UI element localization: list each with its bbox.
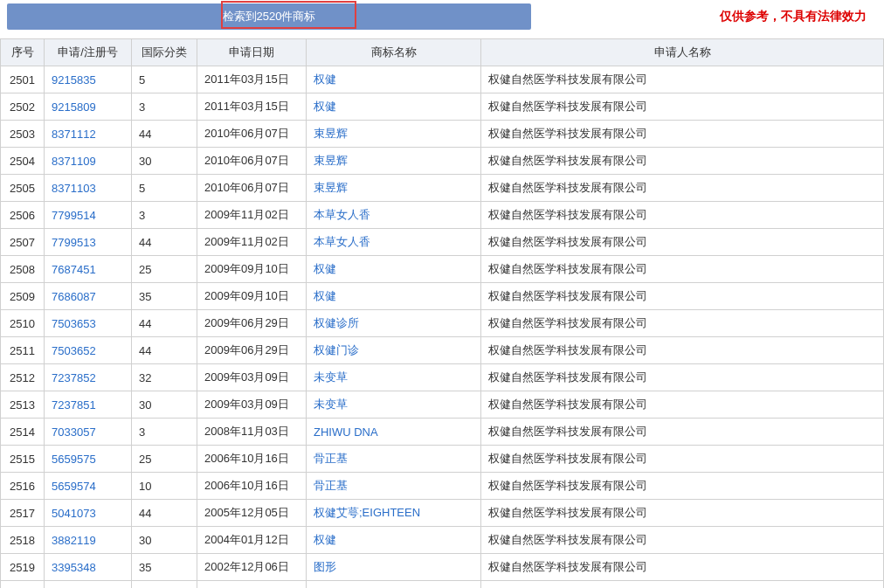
- cell-date: 2002年12月06日: [197, 554, 307, 581]
- table-row: 2514703305732008年11月03日ZHIWU DNA权健自然医学科技…: [1, 419, 884, 446]
- table-row: 2501921583552011年03月15日权健权健自然医学科技发展有限公司: [1, 66, 884, 93]
- regno-link[interactable]: 7237851: [52, 398, 96, 412]
- cell-applicant: 权健自然医学科技发展有限公司: [481, 446, 884, 473]
- regno-link[interactable]: 5041073: [52, 507, 96, 520]
- cell-seq: 2501: [1, 66, 45, 93]
- cell-regno: 9215809: [45, 93, 132, 121]
- cell-applicant: 权健自然医学科技发展有限公司: [481, 310, 884, 337]
- cell-regno: 7033057: [45, 419, 132, 446]
- cell-tmname: 权健艾萼;EIGHTEEN: [307, 500, 481, 527]
- cell-seq: 2505: [1, 175, 45, 202]
- cell-class: 10: [132, 473, 197, 500]
- cell-seq: 2504: [1, 148, 45, 175]
- cell-tmname: 权健门诊: [307, 337, 481, 364]
- regno-link[interactable]: 5659575: [52, 453, 96, 466]
- regno-link[interactable]: 7686087: [52, 290, 96, 303]
- regno-link[interactable]: 3882119: [52, 534, 96, 547]
- tmname-link[interactable]: 未变草: [314, 398, 348, 411]
- tmname-link[interactable]: 权健: [314, 100, 336, 113]
- tmname-link[interactable]: 本草女人香: [314, 235, 370, 248]
- regno-link[interactable]: 8371103: [52, 182, 96, 195]
- cell-tmname: 权健: [307, 256, 481, 283]
- cell-seq: 2520: [1, 581, 45, 589]
- cell-tmname: 权健诊所: [307, 310, 481, 337]
- cell-date: 2010年06月07日: [197, 175, 307, 202]
- tmname-link[interactable]: 权健诊所: [314, 316, 359, 329]
- regno-link[interactable]: 7799513: [52, 236, 96, 249]
- cell-seq: 2509: [1, 283, 45, 310]
- tmname-link[interactable]: 权健门诊: [314, 343, 359, 356]
- cell-class: 30: [132, 148, 197, 175]
- cell-tmname: 图形: [307, 581, 481, 589]
- cell-seq: 2506: [1, 202, 45, 229]
- cell-date: 2011年03月15日: [197, 93, 307, 121]
- cell-applicant: 权健自然医学科技发展有限公司: [481, 337, 884, 364]
- regno-link[interactable]: 8371112: [52, 128, 96, 141]
- regno-link[interactable]: 7033057: [52, 425, 96, 439]
- table-row: 25137237851302009年03月09日未变草权健自然医学科技发展有限公…: [1, 391, 884, 419]
- results-table: 序号 申请/注册号 国际分类 申请日期 商标名称 申请人名称 250192158…: [0, 38, 884, 588]
- cell-date: 2010年06月07日: [197, 148, 307, 175]
- cell-applicant: 权健自然医学科技发展有限公司: [481, 283, 884, 310]
- cell-date: 2008年11月03日: [197, 419, 307, 446]
- table-row: 25193395348352002年12月06日图形权健自然医学科技发展有限公司: [1, 554, 884, 581]
- regno-link[interactable]: 8371109: [52, 155, 96, 168]
- regno-link[interactable]: 7503652: [52, 344, 96, 357]
- tmname-link[interactable]: 束昱辉: [314, 127, 348, 140]
- table-row: 25107503653442009年06月29日权健诊所权健自然医学科技发展有限…: [1, 310, 884, 337]
- table-row: 2502921580932011年03月15日权健权健自然医学科技发展有限公司: [1, 93, 884, 121]
- cell-date: 2009年03月09日: [197, 391, 307, 419]
- tmname-link[interactable]: 束昱辉: [314, 154, 348, 167]
- regno-link[interactable]: 7503653: [52, 317, 96, 330]
- cell-regno: 3395348: [45, 554, 132, 581]
- tmname-link[interactable]: ZHIWU DNA: [314, 425, 378, 439]
- regno-link[interactable]: 3395348: [52, 561, 96, 574]
- tmname-link[interactable]: 权健: [314, 262, 336, 275]
- tmname-link[interactable]: 权健: [314, 73, 336, 86]
- table-row: 25097686087352009年09月10日权健权健自然医学科技发展有限公司: [1, 283, 884, 310]
- tmname-link[interactable]: 权健: [314, 289, 336, 302]
- cell-date: 2009年03月09日: [197, 364, 307, 391]
- cell-date: 2009年06月29日: [197, 310, 307, 337]
- cell-seq: 2518: [1, 527, 45, 554]
- col-applicant: 申请人名称: [481, 39, 884, 66]
- cell-applicant: 权健自然医学科技发展有限公司: [481, 527, 884, 554]
- cell-tmname: 未变草: [307, 364, 481, 391]
- cell-regno: 3882119: [45, 527, 132, 554]
- table-row: 25155659575252006年10月16日骨正基权健自然医学科技发展有限公…: [1, 446, 884, 473]
- cell-applicant: 权健自然医学科技发展有限公司: [481, 66, 884, 93]
- tmname-link[interactable]: 未变草: [314, 370, 348, 384]
- cell-class: 44: [132, 337, 197, 364]
- cell-seq: 2515: [1, 446, 45, 473]
- table-row: 2505837110352010年06月07日束昱辉权健自然医学科技发展有限公司: [1, 175, 884, 202]
- table-row: 25038371112442010年06月07日束昱辉权健自然医学科技发展有限公…: [1, 121, 884, 148]
- highlight-box: [221, 1, 356, 29]
- cell-applicant: 权健自然医学科技发展有限公司: [481, 175, 884, 202]
- cell-tmname: 未变草: [307, 391, 481, 419]
- cell-class: 3: [132, 93, 197, 121]
- regno-link[interactable]: 9215809: [52, 100, 96, 114]
- tmname-link[interactable]: 骨正基: [314, 479, 348, 492]
- tmname-link[interactable]: 束昱辉: [314, 181, 348, 194]
- cell-regno: 7503653: [45, 310, 132, 337]
- regno-link[interactable]: 9215835: [52, 73, 96, 86]
- regno-link[interactable]: 7687451: [52, 263, 96, 276]
- cell-date: 2009年11月02日: [197, 229, 307, 256]
- table-row: 25048371109302010年06月07日束昱辉权健自然医学科技发展有限公…: [1, 148, 884, 175]
- cell-seq: 2507: [1, 229, 45, 256]
- tmname-link[interactable]: 权健: [314, 533, 336, 546]
- cell-class: 35: [132, 283, 197, 310]
- tmname-link[interactable]: 骨正基: [314, 452, 348, 465]
- cell-class: 32: [132, 364, 197, 391]
- cell-date: 1999年01月12日: [197, 581, 307, 589]
- cell-tmname: 图形: [307, 554, 481, 581]
- tmname-link[interactable]: 图形: [314, 560, 336, 573]
- table-header: 序号 申请/注册号 国际分类 申请日期 商标名称 申请人名称: [1, 39, 884, 66]
- tmname-link[interactable]: 本草女人香: [314, 208, 370, 221]
- regno-link[interactable]: 7237852: [52, 371, 96, 384]
- tmname-link[interactable]: 权健艾萼;EIGHTEEN: [314, 506, 420, 519]
- cell-regno: 5041073: [45, 500, 132, 527]
- cell-class: 44: [132, 121, 197, 148]
- regno-link[interactable]: 5659574: [52, 480, 96, 493]
- regno-link[interactable]: 7799514: [52, 209, 96, 222]
